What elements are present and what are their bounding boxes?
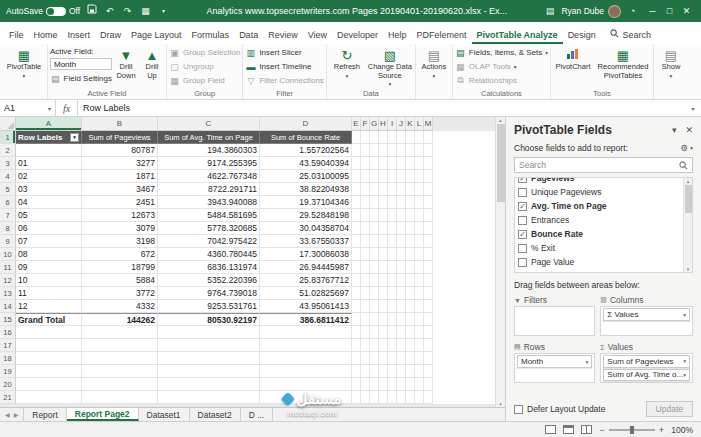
col-header-f[interactable]: F	[361, 117, 370, 131]
cell-m19[interactable]	[424, 365, 433, 378]
sheet-tab-dataset1[interactable]: Dataset1	[139, 408, 190, 421]
cell-k19[interactable]	[406, 365, 415, 378]
user-avatar[interactable]	[608, 5, 621, 18]
cell-l2[interactable]	[415, 144, 424, 157]
cell-e19[interactable]	[352, 365, 361, 378]
row-header-3[interactable]: 3	[0, 157, 16, 170]
cell-m7[interactable]	[424, 209, 433, 222]
col-header-m[interactable]: M	[424, 117, 433, 131]
cell-j21[interactable]	[397, 391, 406, 404]
row-header-18[interactable]: 18	[0, 352, 16, 365]
cell-b20[interactable]	[82, 378, 158, 391]
cell-m17[interactable]	[424, 339, 433, 352]
cell-j14[interactable]	[397, 300, 406, 313]
sheet-nav-left-icon[interactable]: ◀	[5, 411, 10, 418]
checkbox-unique-pageviews[interactable]	[518, 188, 527, 197]
cell-d18[interactable]	[260, 352, 352, 365]
cell-j15[interactable]	[397, 313, 406, 326]
cell-j10[interactable]	[397, 248, 406, 261]
normal-view-icon[interactable]	[545, 425, 556, 434]
cell-f14[interactable]	[361, 300, 370, 313]
cell-l21[interactable]	[415, 391, 424, 404]
cell-l6[interactable]	[415, 196, 424, 209]
cell-l4[interactable]	[415, 170, 424, 183]
cell-d15[interactable]: 386.6811412	[260, 313, 352, 326]
cell-k5[interactable]	[406, 183, 415, 196]
col-header-l[interactable]: L	[415, 117, 424, 131]
cell-e2[interactable]	[352, 144, 361, 157]
cell-h19[interactable]	[379, 365, 388, 378]
area-item-dropdown-icon[interactable]: ▾	[683, 372, 686, 378]
row-header-19[interactable]: 19	[0, 365, 16, 378]
tab-home[interactable]: Home	[29, 30, 63, 44]
checkbox-bounce-rate[interactable]: ✓	[518, 230, 527, 239]
cell-j8[interactable]	[397, 222, 406, 235]
cell-j4[interactable]	[397, 170, 406, 183]
cell-j5[interactable]	[397, 183, 406, 196]
cell-k20[interactable]	[406, 378, 415, 391]
cell-c16[interactable]	[158, 326, 260, 339]
cell-g3[interactable]	[370, 157, 379, 170]
cell-h3[interactable]	[379, 157, 388, 170]
cell-f4[interactable]	[361, 170, 370, 183]
cell-i12[interactable]	[388, 274, 397, 287]
cell-h18[interactable]	[379, 352, 388, 365]
save-icon[interactable]	[85, 0, 98, 22]
cell-f13[interactable]	[361, 287, 370, 300]
area-item-values[interactable]: Σ Values▾	[603, 308, 690, 321]
cell-b9[interactable]: 3198	[82, 235, 158, 248]
cell-f7[interactable]	[361, 209, 370, 222]
cell-f11[interactable]	[361, 261, 370, 274]
cell-c18[interactable]	[158, 352, 260, 365]
cell-l11[interactable]	[415, 261, 424, 274]
col-header-d[interactable]: D	[260, 117, 352, 131]
cell-a14[interactable]: 12	[16, 300, 82, 313]
cell-i17[interactable]	[388, 339, 397, 352]
cell-l10[interactable]	[415, 248, 424, 261]
cell-h2[interactable]	[379, 144, 388, 157]
cell-d14[interactable]: 43.95061413	[260, 300, 352, 313]
area-item-dropdown-icon[interactable]: ▾	[586, 359, 589, 365]
formula-bar-expand-icon[interactable]: ▾	[685, 100, 701, 116]
cell-a1[interactable]: Row Labels▾	[16, 131, 82, 144]
col-header-j[interactable]: J	[397, 117, 406, 131]
cell-a15[interactable]: Grand Total	[16, 313, 82, 326]
checkbox-page-value[interactable]	[518, 258, 527, 267]
row-header-4[interactable]: 4	[0, 170, 16, 183]
cell-g5[interactable]	[370, 183, 379, 196]
sheet-nav-right-icon[interactable]: ▶	[14, 411, 19, 418]
name-box-chevron-icon[interactable]: ▾	[48, 105, 51, 112]
cell-g16[interactable]	[370, 326, 379, 339]
cell-m3[interactable]	[424, 157, 433, 170]
field-item-bounce-rate[interactable]: ✓Bounce Rate	[518, 227, 682, 241]
tab-view[interactable]: View	[303, 30, 332, 44]
cell-b8[interactable]: 3079	[82, 222, 158, 235]
cell-m11[interactable]	[424, 261, 433, 274]
cell-d21[interactable]	[260, 391, 352, 404]
cell-i11[interactable]	[388, 261, 397, 274]
filters-box[interactable]	[514, 306, 595, 336]
cell-i18[interactable]	[388, 352, 397, 365]
cell-f17[interactable]	[361, 339, 370, 352]
cell-g15[interactable]	[370, 313, 379, 326]
cell-f6[interactable]	[361, 196, 370, 209]
cell-a6[interactable]: 04	[16, 196, 82, 209]
col-header-e[interactable]: E	[352, 117, 361, 131]
refresh-button[interactable]: ↻ Refresh ▾	[329, 47, 365, 88]
cell-l1[interactable]	[415, 131, 424, 144]
cell-b11[interactable]: 18799	[82, 261, 158, 274]
cell-l8[interactable]	[415, 222, 424, 235]
change-data-source-button[interactable]: ▧ Change Data Source ▾	[367, 47, 413, 88]
cell-j1[interactable]	[397, 131, 406, 144]
cell-h16[interactable]	[379, 326, 388, 339]
cell-k16[interactable]	[406, 326, 415, 339]
defer-layout-checkbox[interactable]	[514, 405, 523, 414]
cell-c10[interactable]: 4360.780445	[158, 248, 260, 261]
tab-pdfelement[interactable]: PDFelement	[412, 30, 472, 44]
cell-b6[interactable]: 2451	[82, 196, 158, 209]
cell-l19[interactable]	[415, 365, 424, 378]
cell-f1[interactable]	[361, 131, 370, 144]
cell-a4[interactable]: 02	[16, 170, 82, 183]
cell-l17[interactable]	[415, 339, 424, 352]
col-header-k[interactable]: K	[406, 117, 415, 131]
